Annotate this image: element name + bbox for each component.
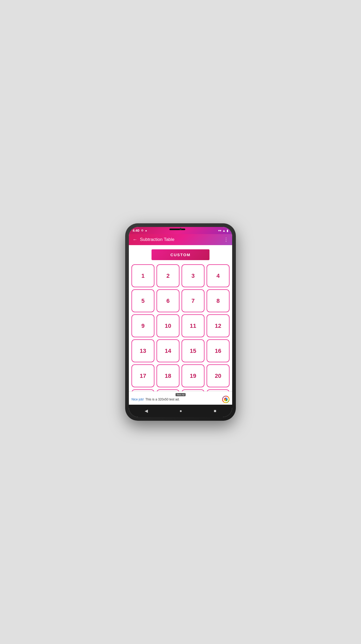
number-cell-17[interactable]: 17 xyxy=(131,364,154,387)
app-bar: ← Subtraction Table ⋮ xyxy=(129,234,232,245)
number-label-20: 20 xyxy=(215,373,221,379)
number-label-18: 18 xyxy=(165,373,171,379)
number-label-7: 7 xyxy=(191,298,194,304)
ad-nicejob: Nice job! xyxy=(131,398,144,401)
ad-banner: Test Ad Nice job! This is a 320x50 test … xyxy=(129,391,232,405)
number-cell-2[interactable]: 2 xyxy=(157,264,179,287)
number-label-2: 2 xyxy=(166,273,169,279)
number-cell-9[interactable]: 9 xyxy=(131,314,154,337)
number-cell-19[interactable]: 19 xyxy=(182,364,204,387)
number-cell-24[interactable]: 24 xyxy=(207,389,230,391)
number-label-16: 16 xyxy=(215,348,221,354)
number-cell-22[interactable]: 22 xyxy=(157,389,179,391)
number-cell-3[interactable]: 3 xyxy=(182,264,204,287)
status-time: 4:40 xyxy=(133,229,139,232)
number-cell-18[interactable]: 18 xyxy=(157,364,179,387)
nav-bar: ◀ ● ■ xyxy=(129,405,232,417)
number-label-4: 4 xyxy=(216,273,219,279)
number-cell-23[interactable]: 23 xyxy=(182,389,204,391)
custom-button[interactable]: CUSTOM xyxy=(152,249,209,260)
number-label-1: 1 xyxy=(141,273,144,279)
ad-label: Test Ad xyxy=(175,393,186,396)
battery-icon: ▮ xyxy=(227,229,228,232)
number-cell-7[interactable]: 7 xyxy=(182,289,204,312)
number-label-15: 15 xyxy=(190,348,196,354)
number-cell-20[interactable]: 20 xyxy=(207,364,230,387)
number-label-19: 19 xyxy=(190,373,196,379)
nav-home-button[interactable]: ● xyxy=(174,408,187,414)
ad-text: This is a 320x50 test ad. xyxy=(145,398,222,401)
number-cell-6[interactable]: 6 xyxy=(157,289,179,312)
phone-screen: 4:40 ⚙ ● ▾▾ ▲ ▮ ← Subtraction Table ⋮ CU… xyxy=(129,227,232,417)
nav-recents-button[interactable]: ■ xyxy=(208,408,222,414)
number-cell-1[interactable]: 1 xyxy=(131,264,154,287)
number-cell-5[interactable]: 5 xyxy=(131,289,154,312)
signal-icon: ▲ xyxy=(222,229,226,232)
number-cell-11[interactable]: 11 xyxy=(182,314,204,337)
status-left: 4:40 ⚙ ● xyxy=(133,229,147,232)
number-cell-13[interactable]: 13 xyxy=(131,339,154,362)
number-label-12: 12 xyxy=(215,323,221,329)
number-cell-8[interactable]: 8 xyxy=(207,289,230,312)
number-label-11: 11 xyxy=(190,323,196,329)
phone-device: 4:40 ⚙ ● ▾▾ ▲ ▮ ← Subtraction Table ⋮ CU… xyxy=(125,223,236,421)
content-area: CUSTOM 123456789101112131415161718192021… xyxy=(129,245,232,391)
number-label-17: 17 xyxy=(140,373,146,379)
number-cell-4[interactable]: 4 xyxy=(207,264,230,287)
ad-content: Test Ad Nice job! This is a 320x50 test … xyxy=(131,393,230,403)
number-cell-12[interactable]: 12 xyxy=(207,314,230,337)
number-label-6: 6 xyxy=(166,298,169,304)
number-label-3: 3 xyxy=(191,273,194,279)
speaker xyxy=(169,229,185,230)
number-label-13: 13 xyxy=(140,348,146,354)
number-label-10: 10 xyxy=(165,323,171,329)
camera xyxy=(179,228,182,230)
app-title: Subtraction Table xyxy=(140,237,224,242)
ad-logo xyxy=(222,396,230,403)
nav-back-button[interactable]: ◀ xyxy=(139,407,153,414)
number-cell-14[interactable]: 14 xyxy=(157,339,179,362)
settings-icon: ⚙ xyxy=(141,229,144,232)
number-label-9: 9 xyxy=(141,323,144,329)
number-cell-16[interactable]: 16 xyxy=(207,339,230,362)
status-right: ▾▾ ▲ ▮ xyxy=(218,229,228,232)
number-cell-21[interactable]: 21 xyxy=(131,389,154,391)
wifi-icon: ▾▾ xyxy=(218,229,221,232)
number-cell-15[interactable]: 15 xyxy=(182,339,204,362)
back-button[interactable]: ← xyxy=(133,237,137,242)
overflow-menu-button[interactable]: ⋮ xyxy=(224,237,228,242)
number-cell-10[interactable]: 10 xyxy=(157,314,179,337)
number-label-5: 5 xyxy=(141,298,144,304)
number-grid: 123456789101112131415161718192021222324 xyxy=(131,264,230,391)
number-label-14: 14 xyxy=(165,348,171,354)
number-label-8: 8 xyxy=(216,298,219,304)
circle-icon: ● xyxy=(145,229,147,232)
